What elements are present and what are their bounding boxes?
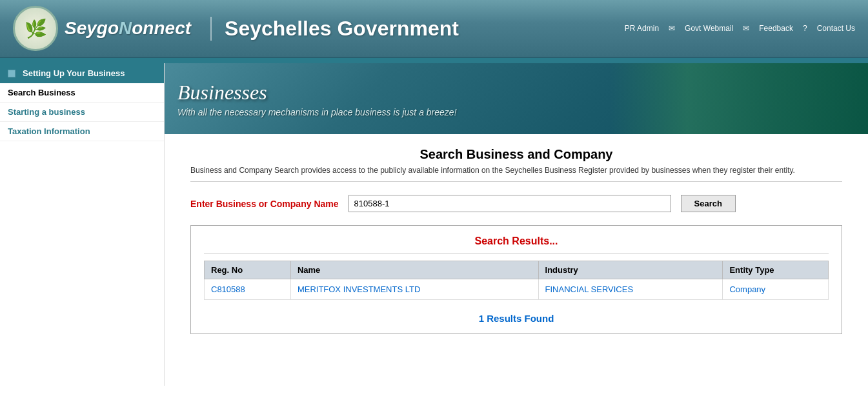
col-industry: Industry — [538, 261, 723, 279]
table-body: C810588 MERITFOX INVESTMENTS LTD FINANCI… — [205, 279, 829, 300]
sidebar-item-starting-business[interactable]: Starting a business — [0, 103, 164, 122]
government-title: Seychelles Government — [210, 17, 459, 41]
page-description: Business and Company Search provides acc… — [190, 166, 842, 182]
pr-admin-link[interactable]: PR Admin — [625, 24, 659, 33]
results-count: 1 Results Found — [204, 313, 829, 324]
search-form: Enter Business or Company Name Search — [190, 195, 842, 212]
logo-area: 🌿 SeygoNonnect Seychelles Government — [13, 6, 459, 51]
feedback-icon: ✉ — [743, 24, 749, 33]
mail-icon: ✉ — [669, 24, 675, 33]
banner-title: Businesses — [177, 81, 457, 104]
page-title: Search Business and Company — [190, 147, 842, 162]
table-header-row: Reg. No Name Industry Entity Type — [205, 261, 829, 279]
sidebar-item-search-business[interactable]: Search Business — [0, 83, 164, 103]
top-nav-links: PR Admin ✉ Govt Webmail ✉ Feedback ? Con… — [625, 24, 855, 33]
banner-ship-image — [610, 63, 868, 134]
sidebar-heading-label: Setting Up Your Business — [23, 68, 125, 78]
company-name-link[interactable]: MERITFOX INVESTMENTS LTD — [298, 284, 420, 294]
page-content: Search Business and Company Business and… — [165, 134, 868, 347]
cell-industry: FINANCIAL SERVICES — [538, 279, 723, 300]
feedback-link[interactable]: Feedback — [759, 24, 793, 33]
entity-type-value: Company — [729, 284, 765, 294]
contact-us-link[interactable]: Contact Us — [817, 24, 855, 33]
col-name: Name — [290, 261, 538, 279]
help-icon: ? — [803, 24, 807, 33]
govt-webmail-link[interactable]: Govt Webmail — [685, 24, 733, 33]
search-label: Enter Business or Company Name — [190, 199, 339, 209]
sidebar: Setting Up Your Business Search Business… — [0, 63, 165, 386]
cell-entity-type: Company — [723, 279, 829, 300]
cell-reg-no: C810588 — [205, 279, 291, 300]
search-button[interactable]: Search — [681, 195, 736, 212]
sidebar-item-taxation[interactable]: Taxation Information — [0, 122, 164, 141]
results-box: Search Results... Reg. No Name Industry … — [190, 225, 842, 334]
table-header: Reg. No Name Industry Entity Type — [205, 261, 829, 279]
content-area: Businesses With all the necessary mechan… — [165, 63, 868, 386]
banner: Businesses With all the necessary mechan… — [165, 63, 868, 134]
banner-text: Businesses With all the necessary mechan… — [177, 81, 457, 117]
teal-divider — [0, 58, 868, 63]
results-title: Search Results... — [204, 235, 829, 254]
reg-no-link[interactable]: C810588 — [211, 284, 245, 294]
sidebar-heading: Setting Up Your Business — [0, 63, 164, 83]
col-reg-no: Reg. No — [205, 261, 291, 279]
industry-value: FINANCIAL SERVICES — [545, 284, 634, 294]
banner-tagline: With all the necessary mechanisms in pla… — [177, 107, 457, 117]
search-input[interactable] — [348, 195, 671, 212]
brand-logo: SeygoNonnect — [65, 18, 191, 39]
table-row: C810588 MERITFOX INVESTMENTS LTD FINANCI… — [205, 279, 829, 300]
results-table: Reg. No Name Industry Entity Type C81058… — [204, 261, 829, 300]
top-header: 🌿 SeygoNonnect Seychelles Government PR … — [0, 0, 868, 58]
coat-of-arms-icon: 🌿 — [13, 6, 58, 51]
cell-name: MERITFOX INVESTMENTS LTD — [290, 279, 538, 300]
main-layout: Setting Up Your Business Search Business… — [0, 63, 868, 386]
sidebar-heading-icon — [8, 70, 15, 77]
col-entity-type: Entity Type — [723, 261, 829, 279]
